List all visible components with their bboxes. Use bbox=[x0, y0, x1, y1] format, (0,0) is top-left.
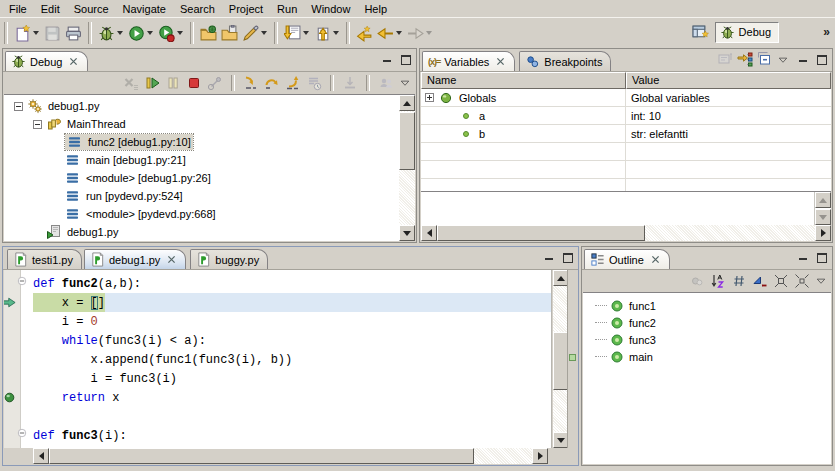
view-menu-button[interactable] bbox=[398, 75, 412, 92]
debug-misc-button[interactable] bbox=[377, 75, 395, 92]
last-edit-location-button[interactable] bbox=[354, 21, 375, 45]
code-line[interactable]: return x bbox=[4, 388, 551, 407]
menu-item-run[interactable]: Run bbox=[270, 2, 304, 16]
instruction-pointer-margin[interactable] bbox=[4, 293, 21, 312]
export-button[interactable] bbox=[312, 21, 342, 45]
open-web-browser-button[interactable] bbox=[198, 21, 219, 45]
remove-terminated-button[interactable] bbox=[122, 75, 140, 92]
step-filters-button[interactable] bbox=[305, 75, 323, 92]
close-icon[interactable] bbox=[68, 56, 79, 67]
debug-dropdown-arrow-icon[interactable] bbox=[115, 22, 124, 44]
maximize-button[interactable] bbox=[814, 53, 829, 66]
print-button[interactable] bbox=[63, 21, 84, 45]
import-dropdown-arrow-icon[interactable] bbox=[301, 22, 310, 44]
minimize-button[interactable] bbox=[379, 53, 394, 66]
menu-item-source[interactable]: Source bbox=[67, 2, 116, 16]
variable-row[interactable]: bstr: elefantti bbox=[421, 125, 831, 143]
column-header-value[interactable]: Value bbox=[626, 72, 831, 89]
debug-tree-item[interactable]: <module> [pydevd.py:668] bbox=[4, 205, 415, 223]
code-line[interactable]: i = func3(i) bbox=[4, 369, 551, 388]
show-logical-structure-button[interactable] bbox=[736, 51, 754, 68]
code-line[interactable]: while(func3(i) < a): bbox=[4, 331, 551, 350]
menu-item-help[interactable]: Help bbox=[357, 2, 394, 16]
drop-to-frame-button[interactable] bbox=[341, 75, 359, 92]
variable-row[interactable]: GlobalsGlobal variables bbox=[421, 89, 831, 107]
back-button[interactable] bbox=[375, 21, 405, 45]
fold-toggle[interactable] bbox=[21, 274, 33, 293]
code-line[interactable] bbox=[4, 407, 551, 426]
minimize-button[interactable] bbox=[795, 53, 810, 66]
editor-hscrollbar[interactable] bbox=[33, 448, 548, 464]
variables-detail-pane[interactable] bbox=[421, 191, 831, 225]
editor-tab-testi1.py[interactable]: testi1.py bbox=[7, 249, 82, 269]
show-type-names-button[interactable] bbox=[716, 51, 734, 68]
step-return-button[interactable] bbox=[284, 75, 302, 92]
external-tools-button[interactable] bbox=[240, 21, 270, 45]
minimize-button[interactable] bbox=[795, 251, 810, 264]
view-menu-button[interactable] bbox=[814, 273, 828, 290]
run-button[interactable] bbox=[126, 21, 156, 45]
menu-item-file[interactable]: File bbox=[2, 2, 34, 16]
open-perspective-button[interactable] bbox=[690, 20, 711, 44]
tab-debug[interactable]: Debug bbox=[5, 51, 88, 71]
tree-expander-icon[interactable] bbox=[425, 93, 434, 102]
column-header-name[interactable]: Name bbox=[421, 72, 626, 89]
code-line[interactable]: i = 0 bbox=[4, 312, 551, 331]
code-editor[interactable]: def func2(a,b): x = [] i = 0 while(func3… bbox=[4, 270, 552, 448]
hide-static-button[interactable] bbox=[751, 273, 769, 290]
back-dropdown-arrow-icon[interactable] bbox=[394, 22, 403, 44]
outline-item[interactable]: main bbox=[583, 348, 831, 365]
forward-button[interactable] bbox=[405, 21, 435, 45]
code-line[interactable]: x = [] bbox=[4, 293, 551, 312]
variable-row[interactable]: aint: 10 bbox=[421, 107, 831, 125]
export-dropdown-arrow-icon[interactable] bbox=[331, 22, 340, 44]
menu-item-navigate[interactable]: Navigate bbox=[116, 2, 173, 16]
debug-tree-item[interactable]: debug1.py bbox=[4, 223, 415, 241]
collapse-all-button[interactable] bbox=[756, 51, 774, 68]
maximize-button[interactable] bbox=[398, 53, 413, 66]
run-dropdown-arrow-icon[interactable] bbox=[145, 22, 154, 44]
menu-item-edit[interactable]: Edit bbox=[34, 2, 67, 16]
resume-button[interactable] bbox=[143, 75, 161, 92]
menu-item-window[interactable]: Window bbox=[304, 2, 357, 16]
outline-item[interactable]: func1 bbox=[583, 297, 831, 314]
debug-tree-item[interactable]: func2 [debug1.py:10] bbox=[4, 133, 415, 151]
variables-hscrollbar[interactable] bbox=[421, 225, 831, 241]
save-button[interactable] bbox=[42, 21, 63, 45]
view-menu-button[interactable] bbox=[776, 51, 790, 68]
perspective-debug-button[interactable]: Debug bbox=[715, 22, 779, 43]
minimize-button[interactable] bbox=[541, 251, 556, 264]
run-external-button[interactable] bbox=[156, 21, 186, 45]
breakpoint-margin[interactable] bbox=[4, 388, 21, 407]
code-line[interactable]: x.append(func1(func3(i), b)) bbox=[4, 350, 551, 369]
sort-alphabetically-button[interactable] bbox=[709, 273, 727, 290]
close-icon[interactable] bbox=[495, 56, 506, 67]
tree-expander-icon[interactable] bbox=[33, 120, 42, 129]
code-line[interactable]: def func3(i): bbox=[4, 426, 551, 445]
import-button[interactable] bbox=[282, 21, 312, 45]
tree-expander-icon[interactable] bbox=[14, 102, 23, 111]
debug-tree-item[interactable]: main [debug1.py:21] bbox=[4, 151, 415, 169]
debug-tree-item[interactable]: <module> [debug1.py:26] bbox=[4, 169, 415, 187]
toolbar-overflow-chevron[interactable]: » bbox=[823, 25, 830, 39]
hide-comments-button[interactable] bbox=[730, 273, 748, 290]
expand-button[interactable] bbox=[793, 273, 811, 290]
debug-tree-scrollbar[interactable] bbox=[399, 95, 415, 241]
debug-tree-item[interactable]: run [pydevd.py:524] bbox=[4, 187, 415, 205]
terminate-button[interactable] bbox=[185, 75, 203, 92]
overview-annotation-marker[interactable] bbox=[569, 354, 576, 361]
outline-item[interactable]: func2 bbox=[583, 314, 831, 331]
detail-scrollbar[interactable] bbox=[814, 192, 831, 225]
collapse-button[interactable] bbox=[772, 273, 790, 290]
tab-variables[interactable]: (x)= Variables bbox=[422, 51, 515, 71]
maximize-button[interactable] bbox=[560, 251, 575, 264]
external-tools-dropdown-arrow-icon[interactable] bbox=[259, 22, 268, 44]
open-task-button[interactable] bbox=[219, 21, 240, 45]
outline-misc-button[interactable] bbox=[688, 273, 706, 290]
code-line[interactable]: def func2(a,b): bbox=[4, 274, 551, 293]
step-into-button[interactable] bbox=[242, 75, 260, 92]
fold-toggle[interactable] bbox=[21, 426, 33, 445]
outline-item[interactable]: func3 bbox=[583, 331, 831, 348]
new-dropdown-arrow-icon[interactable] bbox=[31, 22, 40, 44]
close-icon[interactable] bbox=[166, 254, 177, 265]
